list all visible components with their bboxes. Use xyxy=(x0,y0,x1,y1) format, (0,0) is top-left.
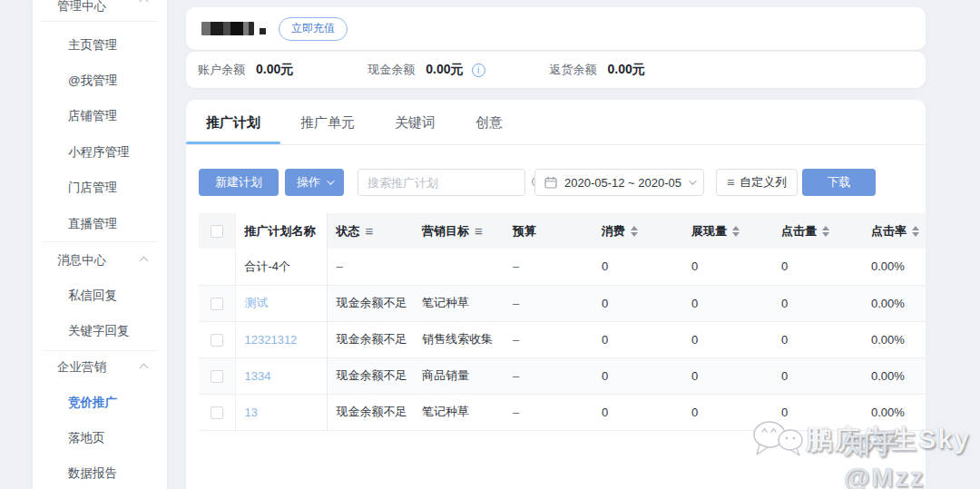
column-label: 展现量 xyxy=(691,223,727,240)
sort-icon[interactable] xyxy=(822,226,829,237)
select-all-checkbox[interactable] xyxy=(211,225,223,238)
search-input[interactable] xyxy=(358,176,531,190)
sidebar-divider xyxy=(42,21,158,22)
custom-columns-label: 自定义列 xyxy=(740,174,787,191)
sidebar-group-message-center[interactable]: 消息中心 xyxy=(33,242,167,279)
sidebar: 管理中心 主页管理 @我管理 店铺管理 小程序管理 门店管理 直播管理 消息中心… xyxy=(33,0,167,489)
cost-cell: 0 xyxy=(593,285,682,321)
download-button[interactable]: 下载 xyxy=(802,169,876,196)
table-row: 13 现金余额不足 笔记种草 – 0 0 0 0.00% xyxy=(199,394,926,430)
status-cell: 现金余额不足 xyxy=(327,357,413,394)
sidebar-item-store[interactable]: 门店管理 xyxy=(33,170,167,206)
impressions-cell: 0 xyxy=(682,357,772,394)
return-goods-balance-label: 返货余额 xyxy=(550,62,597,78)
sidebar-item-bidding-promotion[interactable]: 竞价推广 xyxy=(33,385,167,421)
sidebar-item-homepage[interactable]: 主页管理 xyxy=(33,27,167,64)
row-checkbox[interactable] xyxy=(211,334,223,347)
column-header-goal: 营销目标≡ xyxy=(413,213,504,249)
column-label: 点击量 xyxy=(781,223,817,240)
cost-cell: 0 xyxy=(593,321,682,357)
sidebar-item-data-report[interactable]: 数据报告 xyxy=(33,455,167,489)
plans-table-container: 推广计划名称 状态≡ 营销目标≡ 预算 消费 展现量 xyxy=(199,213,926,431)
user-card: 立即充值 xyxy=(186,7,926,50)
goal-cell xyxy=(413,249,504,285)
sidebar-group-label: 企业营销 xyxy=(57,360,106,374)
sidebar-item-at-me[interactable]: @我管理 xyxy=(33,63,167,99)
column-label: 营销目标 xyxy=(422,223,469,240)
budget-cell: – xyxy=(504,321,593,357)
table-row: 12321312 现金余额不足 销售线索收集 – 0 0 0 0.00% xyxy=(199,321,926,357)
ctr-cell: 0.00% xyxy=(862,394,926,430)
row-checkbox[interactable] xyxy=(211,298,223,310)
account-balance-label: 账户余额 xyxy=(198,62,245,78)
filter-icon[interactable]: ≡ xyxy=(475,223,483,239)
sort-icon[interactable] xyxy=(631,226,638,237)
sidebar-group-enterprise-marketing[interactable]: 企业营销 xyxy=(33,349,167,386)
budget-cell: – xyxy=(504,394,593,430)
return-goods-balance-value: 0.00元 xyxy=(608,62,645,78)
bidding-promotion-dashboard: 管理中心 主页管理 @我管理 店铺管理 小程序管理 门店管理 直播管理 消息中心… xyxy=(0,0,980,489)
sidebar-group-label: 消息中心 xyxy=(57,253,106,267)
account-balance: 账户余额 0.00元 xyxy=(198,62,293,78)
tab-promotion-unit[interactable]: 推广单元 xyxy=(280,100,375,144)
status-cell: 现金余额不足 xyxy=(327,394,413,430)
date-range-picker[interactable]: 2020-05-12 ~ 2020-05 xyxy=(534,169,704,196)
budget-cell: – xyxy=(504,357,593,394)
tab-keywords[interactable]: 关键词 xyxy=(375,100,456,144)
action-dropdown-button[interactable]: 操作 xyxy=(285,169,344,196)
impressions-cell: 0 xyxy=(682,321,772,357)
row-checkbox[interactable] xyxy=(211,370,223,383)
action-label: 操作 xyxy=(297,174,320,191)
list-lines-icon: ≡ xyxy=(727,175,734,190)
sidebar-item-keyword-reply[interactable]: 关键字回复 xyxy=(33,313,167,349)
search-box xyxy=(358,169,525,196)
tab-bar: 推广计划 推广单元 关键词 创意 xyxy=(186,100,926,145)
column-header-ctr: 点击率 xyxy=(862,213,926,249)
chevron-down-icon xyxy=(327,177,334,184)
column-label: 消费 xyxy=(602,223,625,240)
sidebar-group-label: 管理中心 xyxy=(57,0,106,13)
recharge-button[interactable]: 立即充值 xyxy=(279,17,348,41)
plan-name-link[interactable]: 测试 xyxy=(245,296,269,309)
plan-name-link[interactable]: 12321312 xyxy=(245,333,298,347)
goal-cell: 销售线索收集 xyxy=(413,321,504,357)
sidebar-item-live[interactable]: 直播管理 xyxy=(33,206,167,242)
goal-cell: 笔记种草 xyxy=(413,394,504,430)
balance-card: 账户余额 0.00元 现金余额 0.00元 i 返货余额 0.00元 xyxy=(186,52,926,88)
sidebar-item-private-reply[interactable]: 私信回复 xyxy=(33,278,167,314)
tab-label: 推广计划 xyxy=(206,114,260,130)
tab-promotion-plan[interactable]: 推广计划 xyxy=(186,100,280,144)
impressions-cell: 0 xyxy=(682,285,772,321)
sort-icon[interactable] xyxy=(912,226,919,237)
promotion-panel: 推广计划 推广单元 关键词 创意 新建计划 操作 xyxy=(186,100,926,489)
column-header-cost: 消费 xyxy=(593,213,682,249)
row-checkbox[interactable] xyxy=(211,406,223,419)
plan-name-link[interactable]: 13 xyxy=(245,406,258,419)
status-cell: 现金余额不足 xyxy=(327,321,413,357)
sidebar-item-mini-program[interactable]: 小程序管理 xyxy=(33,134,167,171)
ctr-cell: 0.00% xyxy=(862,249,926,285)
column-header-status: 状态≡ xyxy=(327,213,413,249)
budget-cell: – xyxy=(504,249,593,285)
impressions-cell: 0 xyxy=(682,249,772,285)
sort-icon[interactable] xyxy=(732,226,740,237)
column-label: 点击率 xyxy=(871,223,906,240)
sidebar-item-landing-page[interactable]: 落地页 xyxy=(33,420,167,456)
cash-balance-value: 0.00元 xyxy=(426,62,463,78)
new-plan-button[interactable]: 新建计划 xyxy=(199,169,279,196)
table-row-total: 合计-4个 – – 0 0 0 0.00% xyxy=(199,249,926,285)
custom-columns-button[interactable]: ≡ 自定义列 xyxy=(716,169,798,196)
account-balance-value: 0.00元 xyxy=(256,62,293,78)
plan-name-link[interactable]: 1334 xyxy=(245,369,271,383)
censored-username-dot xyxy=(260,28,266,34)
plans-table: 推广计划名称 状态≡ 营销目标≡ 预算 消费 展现量 xyxy=(199,213,926,431)
impressions-cell: 0 xyxy=(682,394,772,430)
sidebar-item-shop[interactable]: 店铺管理 xyxy=(33,98,167,134)
ctr-cell: 0.00% xyxy=(862,285,926,321)
tab-creative[interactable]: 创意 xyxy=(456,100,523,144)
filter-icon[interactable]: ≡ xyxy=(366,223,374,239)
info-icon[interactable]: i xyxy=(472,64,485,77)
chevron-up-icon xyxy=(140,364,149,373)
clicks-cell: 0 xyxy=(772,285,862,321)
return-goods-balance: 返货余额 0.00元 xyxy=(550,62,645,78)
